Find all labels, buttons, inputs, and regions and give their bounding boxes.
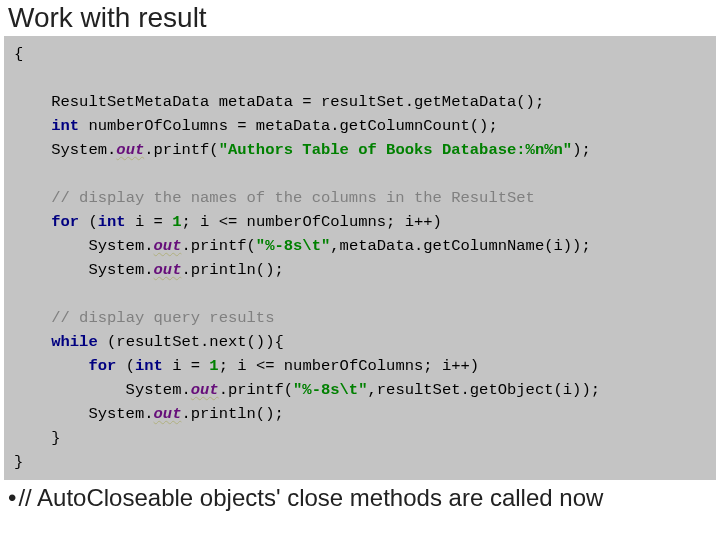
- keyword: while: [51, 333, 98, 351]
- code-text: System.: [14, 237, 154, 255]
- comment: // display the names of the columns in t…: [51, 189, 535, 207]
- code-line: System.out.printf("%-8s\t",metaData.getC…: [14, 237, 591, 255]
- code-line: System.out.printf("%-8s\t",resultSet.get…: [14, 381, 600, 399]
- code-text: ,metaData.getColumnName(i));: [330, 237, 590, 255]
- field-out: out: [116, 141, 144, 159]
- code-text: .printf(: [219, 381, 293, 399]
- code-line: ResultSetMetaData metaData = resultSet.g…: [14, 93, 544, 111]
- string: "%-8s\t": [293, 381, 367, 399]
- code-line: // display query results: [14, 309, 274, 327]
- keyword: for: [88, 357, 116, 375]
- code-text: ; i <= numberOfColumns; i++): [219, 357, 479, 375]
- code-text: .printf(: [181, 237, 255, 255]
- keyword: for: [51, 213, 79, 231]
- keyword: int: [98, 213, 126, 231]
- code-line: int numberOfColumns = metaData.getColumn…: [14, 117, 498, 135]
- bullet-text: // AutoCloseable objects' close methods …: [0, 480, 720, 512]
- code-line: }: [14, 429, 61, 447]
- code-line: System.out.printf("Authors Table of Book…: [14, 141, 591, 159]
- code-text: (: [79, 213, 98, 231]
- code-text: i =: [126, 213, 173, 231]
- code-text: System.: [14, 381, 191, 399]
- code-text: .println();: [181, 405, 283, 423]
- string: "Authors Table of Books Database:%n%n": [219, 141, 572, 159]
- code-text: .printf(: [144, 141, 218, 159]
- bullet-icon: [8, 484, 18, 511]
- code-line: System.out.println();: [14, 261, 284, 279]
- keyword: int: [135, 357, 163, 375]
- code-line: for (int i = 1; i <= numberOfColumns; i+…: [14, 357, 479, 375]
- code-text: (: [116, 357, 135, 375]
- code-text: (resultSet.next()){: [98, 333, 284, 351]
- field-out: out: [154, 237, 182, 255]
- code-text: ; i <= numberOfColumns; i++): [181, 213, 441, 231]
- code-text: .println();: [181, 261, 283, 279]
- code-text: System.: [14, 405, 154, 423]
- code-line: for (int i = 1; i <= numberOfColumns; i+…: [14, 213, 442, 231]
- code-line: [14, 165, 51, 183]
- field-out: out: [154, 405, 182, 423]
- keyword: int: [51, 117, 79, 135]
- field-out: out: [154, 261, 182, 279]
- code-line: // display the names of the columns in t…: [14, 189, 535, 207]
- code-line: }: [14, 453, 23, 471]
- code-line: [14, 285, 51, 303]
- code-line: System.out.println();: [14, 405, 284, 423]
- code-block: { ResultSetMetaData metaData = resultSet…: [4, 36, 716, 480]
- code-text: System.: [14, 261, 154, 279]
- comment: // display query results: [51, 309, 274, 327]
- string: "%-8s\t": [256, 237, 330, 255]
- code-text: numberOfColumns = metaData.getColumnCoun…: [79, 117, 498, 135]
- code-text: ,resultSet.getObject(i));: [367, 381, 600, 399]
- bullet-content: // AutoCloseable objects' close methods …: [18, 484, 603, 511]
- slide-title: Work with result: [0, 0, 720, 36]
- number: 1: [209, 357, 218, 375]
- code-line: while (resultSet.next()){: [14, 333, 284, 351]
- code-line: {: [14, 45, 23, 63]
- code-text: i =: [163, 357, 210, 375]
- field-out: out: [191, 381, 219, 399]
- code-text: );: [572, 141, 591, 159]
- code-text: System.: [14, 141, 116, 159]
